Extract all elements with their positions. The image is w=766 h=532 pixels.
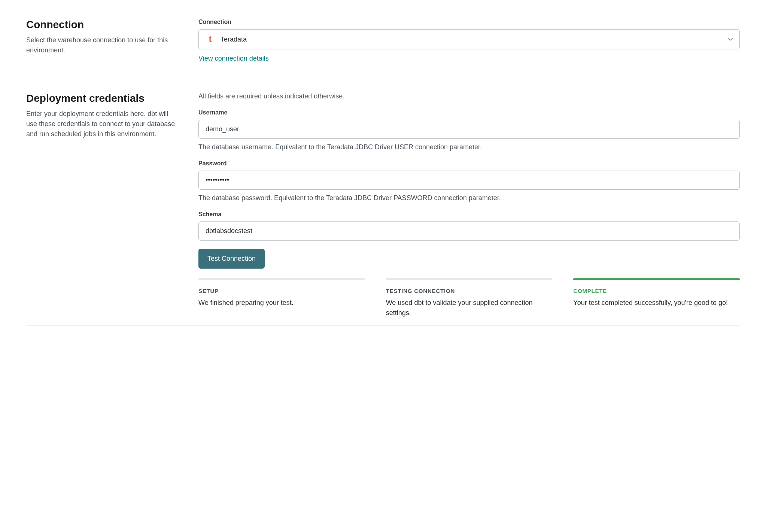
connection-section-right: Connection t Teradata View connection de… [198, 19, 740, 62]
step-testing-bar [386, 278, 553, 280]
step-testing: TESTING CONNECTION We used dbt to valida… [386, 278, 553, 318]
username-label: Username [198, 109, 740, 116]
schema-group: Schema [198, 211, 740, 241]
credentials-title: Deployment credentials [26, 92, 176, 104]
username-input[interactable] [198, 120, 740, 139]
password-group: Password The database password. Equivale… [198, 160, 740, 203]
credentials-section-left: Deployment credentials Enter your deploy… [26, 92, 176, 318]
password-input[interactable] [198, 171, 740, 190]
step-setup-bar [198, 278, 365, 280]
username-help: The database username. Equivalent to the… [198, 143, 740, 152]
chevron-down-icon [728, 37, 733, 42]
connection-description: Select the warehouse connection to use f… [26, 35, 176, 55]
view-connection-details-link[interactable]: View connection details [198, 55, 269, 62]
progress-steps: SETUP We finished preparing your test. T… [198, 278, 740, 318]
step-testing-title: TESTING CONNECTION [386, 288, 553, 294]
step-setup: SETUP We finished preparing your test. [198, 278, 365, 318]
username-group: Username The database username. Equivale… [198, 109, 740, 152]
connection-section-left: Connection Select the warehouse connecti… [26, 19, 176, 62]
section-divider [26, 325, 740, 326]
dropdown-left: t Teradata [206, 35, 247, 44]
step-complete-title: COMPLETE [573, 288, 740, 294]
connection-title: Connection [26, 19, 176, 31]
schema-label: Schema [198, 211, 740, 218]
password-help: The database password. Equivalent to the… [198, 193, 740, 203]
step-setup-title: SETUP [198, 288, 365, 294]
teradata-icon: t [206, 35, 215, 44]
connection-dropdown[interactable]: t Teradata [198, 29, 740, 49]
test-connection-button[interactable]: Test Connection [198, 249, 265, 269]
connection-field-label: Connection [198, 19, 740, 25]
connection-section: Connection Select the warehouse connecti… [26, 19, 740, 62]
step-complete: COMPLETE Your test completed successfull… [573, 278, 740, 318]
credentials-section-right: All fields are required unless indicated… [198, 92, 740, 318]
step-testing-desc: We used dbt to validate your supplied co… [386, 298, 553, 318]
step-complete-bar [573, 278, 740, 280]
step-complete-desc: Your test completed successfully, you're… [573, 298, 740, 308]
step-setup-desc: We finished preparing your test. [198, 298, 365, 308]
password-label: Password [198, 160, 740, 167]
connection-selected-value: Teradata [221, 36, 247, 43]
credentials-section: Deployment credentials Enter your deploy… [26, 92, 740, 318]
schema-input[interactable] [198, 221, 740, 241]
required-note: All fields are required unless indicated… [198, 92, 740, 100]
credentials-description: Enter your deployment credentials here. … [26, 109, 176, 139]
